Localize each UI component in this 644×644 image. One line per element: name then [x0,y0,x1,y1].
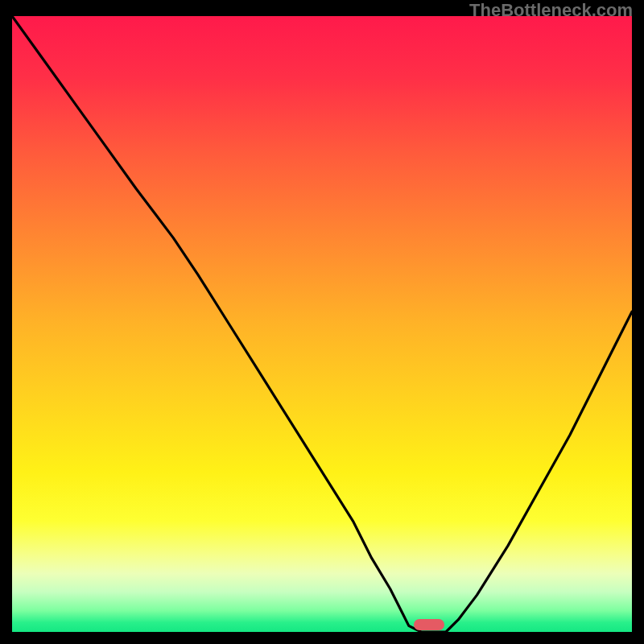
watermark-text: TheBottleneck.com [469,0,633,21]
chart-frame: TheBottleneck.com [0,0,644,644]
plot-area [12,16,632,632]
optimal-range-marker [414,619,444,630]
bottleneck-curve [12,16,632,632]
